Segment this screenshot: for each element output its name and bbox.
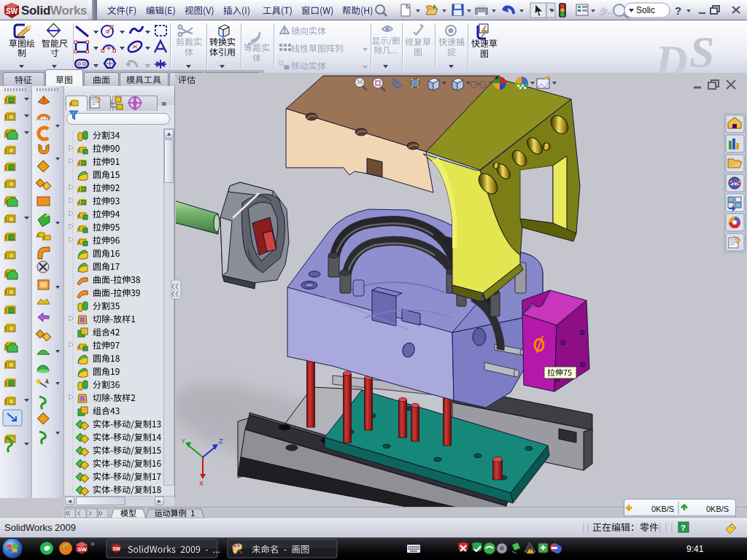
svg-text:SW: SW — [77, 546, 87, 553]
svg-text:SW: SW — [113, 546, 121, 551]
svg-text:9:41: 9:41 — [686, 544, 704, 554]
svg-text:?: ? — [681, 524, 686, 532]
svg-text:»: » — [90, 540, 95, 548]
svg-text:0KB/S: 0KB/S — [706, 505, 729, 513]
svg-text:!: ! — [530, 548, 531, 553]
svg-text:0KB/S: 0KB/S — [651, 505, 674, 513]
